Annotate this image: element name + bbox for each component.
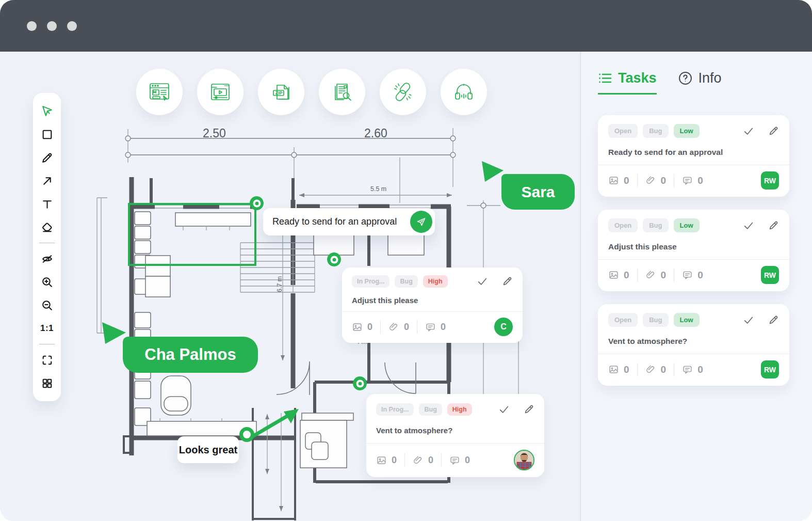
arrow-anchor-ring[interactable] [239, 427, 254, 442]
images-count-button[interactable]: 0 [608, 175, 629, 186]
dim-label-height: 6.7 m [276, 276, 283, 292]
image-icon [608, 364, 619, 375]
zoom-out-button[interactable] [39, 297, 55, 313]
attachments-count-button[interactable]: 0 [645, 175, 667, 186]
edit-pencil-icon[interactable] [768, 220, 779, 231]
rectangle-tool-button[interactable] [39, 127, 55, 142]
window-control-dot[interactable] [27, 21, 37, 31]
hide-annotations-button[interactable] [39, 251, 55, 266]
text-annotation[interactable]: Looks great [177, 436, 239, 463]
audio-asset-button[interactable] [441, 69, 487, 115]
annotation-canvas[interactable]: 2.50 2.60 5.5 m [0, 52, 581, 521]
edit-pencil-icon[interactable] [768, 314, 779, 326]
send-comment-button[interactable] [410, 211, 432, 233]
arrow-up-right-icon [41, 175, 54, 187]
assignee-avatar[interactable]: RW [761, 266, 779, 284]
task-card[interactable]: Open Bug Low Ready to send for an approv… [598, 115, 789, 197]
eraser-tool-button[interactable] [39, 219, 55, 235]
assignee-avatar[interactable]: RW [761, 171, 779, 190]
priority-badge[interactable]: Low [674, 218, 700, 232]
priority-badge[interactable]: Low [674, 124, 700, 138]
status-badge[interactable]: In Prog... [376, 403, 414, 416]
grid-view-button[interactable] [39, 375, 55, 391]
resolve-check-icon[interactable] [477, 276, 488, 287]
images-count-button[interactable]: 0 [608, 364, 629, 375]
assignee-avatar[interactable]: RW [761, 360, 779, 378]
fullscreen-button[interactable] [39, 352, 55, 368]
resolve-check-icon[interactable] [743, 220, 754, 231]
images-count-button[interactable]: 0 [608, 270, 629, 281]
dim-label-width: 5.5 m [370, 185, 386, 193]
doc-search-asset-button[interactable] [319, 69, 365, 115]
footer-separator [674, 363, 674, 376]
type-badge[interactable]: Bug [643, 218, 668, 232]
images-count: 0 [367, 322, 372, 333]
task-card[interactable]: Open Bug Low Adjust this please 0 [598, 210, 789, 291]
edit-pencil-icon[interactable] [501, 276, 513, 287]
text-icon [41, 198, 54, 211]
status-badge[interactable]: In Prog... [352, 275, 389, 288]
select-tool-button[interactable] [39, 103, 55, 119]
attachments-count-button[interactable]: 0 [388, 322, 409, 333]
arrow-tool-button[interactable] [39, 173, 55, 188]
attachments-count-button[interactable]: 0 [645, 270, 667, 281]
comments-count-button[interactable]: 0 [449, 455, 470, 466]
task-card[interactable]: Open Bug Low Vent to atmosphere? 0 [598, 304, 789, 386]
edit-pencil-icon[interactable] [768, 125, 779, 137]
toolbar-divider [39, 243, 55, 243]
resolve-check-icon[interactable] [743, 125, 754, 137]
priority-badge[interactable]: High [447, 403, 472, 416]
attachments-count-button[interactable]: 0 [645, 364, 667, 375]
chat-icon [682, 270, 693, 280]
tab-info[interactable]: Info [678, 70, 722, 93]
attachments-count: 0 [661, 175, 667, 186]
comment-marker[interactable] [327, 252, 341, 266]
status-badge[interactable]: Open [608, 313, 638, 327]
comment-marker[interactable] [250, 196, 264, 210]
video-asset-button[interactable] [197, 69, 243, 115]
pen-tool-button[interactable] [39, 150, 55, 165]
actual-size-button[interactable]: 1:1 [39, 321, 55, 336]
comments-count-button[interactable]: 0 [425, 322, 446, 333]
resolve-check-icon[interactable] [498, 404, 510, 415]
type-badge[interactable]: Bug [419, 403, 442, 416]
task-title: Adjust this please [608, 242, 779, 251]
footer-separator [674, 174, 674, 187]
assignee-avatar[interactable]: C [494, 318, 513, 336]
window-control-dot[interactable] [67, 21, 77, 31]
edit-pencil-icon[interactable] [523, 404, 534, 415]
text-tool-button[interactable] [39, 196, 55, 212]
comments-count-button[interactable]: 0 [682, 364, 703, 375]
resolve-check-icon[interactable] [743, 314, 754, 326]
annotation-arrow[interactable] [238, 400, 305, 449]
comments-count-button[interactable]: 0 [682, 175, 703, 186]
priority-badge[interactable]: Low [674, 313, 700, 327]
images-count-button[interactable]: 0 [376, 455, 397, 466]
zoom-in-button[interactable] [39, 274, 55, 290]
link-asset-button[interactable] [380, 69, 426, 115]
priority-badge[interactable]: High [423, 275, 448, 288]
status-badge[interactable]: Open [608, 124, 638, 138]
eraser-icon [41, 221, 54, 234]
attachments-count-button[interactable]: 0 [413, 455, 433, 466]
type-badge[interactable]: Bug [643, 313, 668, 327]
assignee-avatar-photo[interactable] [514, 450, 534, 470]
browser-asset-button[interactable] [136, 69, 183, 115]
window-control-dot[interactable] [47, 21, 57, 31]
video-icon [207, 78, 234, 105]
images-count: 0 [392, 455, 397, 466]
selection-rectangle[interactable] [128, 203, 256, 266]
type-badge[interactable]: Bug [395, 275, 417, 288]
comments-count-button[interactable]: 0 [682, 270, 703, 281]
status-badge[interactable]: Open [608, 218, 638, 232]
images-count-button[interactable]: 0 [352, 322, 372, 333]
comment-marker[interactable] [353, 376, 367, 390]
zip-asset-button[interactable]: ZIP [258, 69, 304, 115]
task-title: Ready to send for an approval [608, 148, 779, 157]
zoom-out-icon [41, 299, 54, 312]
type-badge[interactable]: Bug [643, 124, 668, 138]
asset-shortcuts: ZIP [136, 69, 487, 115]
tab-tasks[interactable]: Tasks [598, 70, 657, 94]
comment-input[interactable]: Ready to send for an approval [272, 216, 410, 227]
footer-separator [674, 269, 674, 282]
